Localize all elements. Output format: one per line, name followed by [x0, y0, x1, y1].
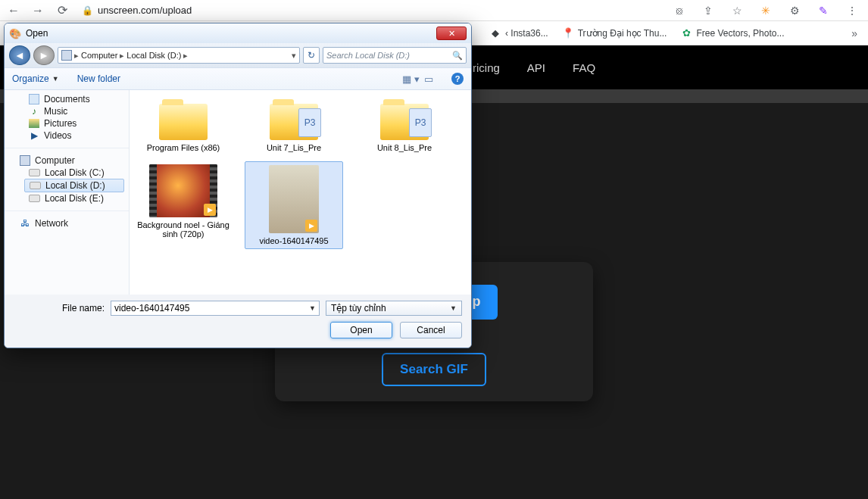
- view-mode-button[interactable]: ▦ ▾: [402, 73, 420, 85]
- refresh-button[interactable]: ↻: [303, 47, 320, 64]
- bookmark-label: Trường Đại học Thu...: [578, 28, 667, 39]
- list-item[interactable]: Unit 7_Lis_Pre: [245, 96, 343, 155]
- item-label: Unit 7_Lis_Pre: [267, 143, 321, 152]
- new-folder-button[interactable]: New folder: [77, 73, 120, 84]
- menu-icon[interactable]: ⋮: [845, 4, 859, 17]
- search-placeholder: Search Local Disk (D:): [326, 51, 410, 60]
- organize-button[interactable]: Organize ▼: [12, 73, 59, 84]
- list-item[interactable]: Unit 8_Lis_Pre: [355, 96, 454, 155]
- drive-icon: [30, 182, 41, 189]
- bookmark-truong[interactable]: 📍 Trường Đại học Thu...: [562, 27, 667, 39]
- nav-pictures[interactable]: Pictures: [5, 117, 129, 129]
- bookmark-label: ‹ Insta36...: [505, 28, 548, 39]
- folder-icon: [159, 104, 208, 140]
- nav-api[interactable]: API: [527, 61, 545, 74]
- search-gif-label: Search GIF: [400, 362, 468, 376]
- bookmarks-overflow[interactable]: »: [847, 27, 862, 39]
- item-label: Program Files (x86): [147, 143, 220, 152]
- breadcrumb-seg[interactable]: Computer: [81, 51, 117, 60]
- translate-icon[interactable]: ⦻: [673, 4, 686, 17]
- file-list[interactable]: Program Files (x86) Unit 7_Lis_Pre Unit …: [130, 90, 471, 295]
- reload-button[interactable]: ⟳: [55, 3, 70, 18]
- nav-drive-e[interactable]: Local Disk (E:): [5, 192, 129, 204]
- flower-icon: ✿: [680, 27, 692, 39]
- dialog-title: Open: [26, 28, 48, 39]
- breadcrumb[interactable]: ▸ Computer ▸ Local Disk (D:) ▸ ▾: [58, 47, 300, 64]
- cancel-button[interactable]: Cancel: [400, 322, 462, 338]
- nav-documents[interactable]: Documents: [5, 93, 129, 105]
- navigation-pane: Documents ♪Music Pictures ▶Videos Comput…: [5, 90, 130, 295]
- search-input[interactable]: Search Local Disk (D:) 🔍: [323, 47, 467, 64]
- open-button[interactable]: Open: [330, 322, 392, 338]
- dialog-toolbar: Organize ▼ New folder ▦ ▾ ▭ ?: [5, 67, 471, 90]
- videos-icon: ▶: [29, 130, 39, 141]
- folder-icon: [270, 104, 318, 140]
- search-gif-button[interactable]: Search GIF: [382, 353, 486, 386]
- back-button[interactable]: ←: [6, 3, 21, 18]
- computer-icon: [61, 50, 72, 61]
- nav-pricing[interactable]: ricing: [473, 61, 500, 74]
- extension-icon-1[interactable]: ✳: [759, 4, 773, 17]
- item-label: video-1640147495: [259, 236, 328, 245]
- file-open-dialog: 🎨 Open ✕ ◄ ► ▸ Computer ▸ Local Disk (D:…: [4, 23, 472, 348]
- nav-drive-c[interactable]: Local Disk (C:): [5, 167, 129, 179]
- video-thumb-icon: ▶: [149, 164, 217, 217]
- documents-icon: [29, 94, 39, 104]
- chevron-down-icon: ▼: [450, 304, 457, 312]
- breadcrumb-dropdown[interactable]: ▾: [292, 51, 296, 61]
- url-bar[interactable]: 🔒 unscreen.com/upload: [82, 5, 192, 16]
- bookmark-label: Free Vectors, Photo...: [696, 28, 784, 39]
- network-icon: 🖧: [20, 218, 30, 229]
- url-text: unscreen.com/upload: [98, 5, 192, 16]
- extension-icon-2[interactable]: ⚙: [788, 4, 801, 17]
- filetype-value: Tệp tùy chỉnh: [331, 303, 386, 313]
- item-label: Background noel - Giáng sinh (720p): [137, 220, 229, 239]
- breadcrumb-seg[interactable]: Local Disk (D:): [126, 51, 181, 60]
- folder-icon: [380, 104, 429, 140]
- bookmark-insta[interactable]: ◆ ‹ Insta36...: [489, 27, 548, 39]
- dialog-nav-row: ◄ ► ▸ Computer ▸ Local Disk (D:) ▸ ▾ ↻ S…: [5, 43, 471, 67]
- nav-music[interactable]: ♪Music: [5, 105, 129, 117]
- preview-pane-button[interactable]: ▭: [424, 73, 433, 85]
- nav-network[interactable]: 🖧Network: [5, 217, 129, 229]
- item-label: Unit 8_Lis_Pre: [377, 143, 432, 152]
- extension-icon-3[interactable]: ✎: [816, 4, 830, 17]
- chevron-down-icon[interactable]: ▼: [309, 304, 316, 312]
- video-thumb-icon: ▶: [269, 165, 319, 233]
- filename-input[interactable]: video-1640147495 ▼: [111, 301, 320, 316]
- forward-button[interactable]: →: [30, 3, 45, 18]
- share-icon[interactable]: ⇪: [701, 4, 715, 17]
- nav-faq[interactable]: FAQ: [573, 61, 595, 74]
- bookmark-freevectors[interactable]: ✿ Free Vectors, Photo...: [680, 27, 784, 39]
- list-item-selected[interactable]: ▶ video-1640147495: [245, 161, 343, 249]
- browser-toolbar: ← → ⟳ 🔒 unscreen.com/upload ⦻ ⇪ ☆ ✳ ⚙ ✎ …: [0, 0, 868, 21]
- lock-icon: 🔒: [82, 5, 93, 16]
- help-button[interactable]: ?: [451, 73, 464, 85]
- list-item[interactable]: ▶ Background noel - Giáng sinh (720p): [134, 161, 233, 249]
- dialog-bottom: File name: video-1640147495 ▼ Tệp tùy ch…: [5, 295, 471, 348]
- pin-icon: 📍: [562, 27, 574, 39]
- dialog-titlebar[interactable]: 🎨 Open ✕: [5, 23, 471, 43]
- filename-label: File name:: [14, 303, 105, 313]
- nav-computer[interactable]: Computer: [5, 154, 129, 167]
- app-icon: 🎨: [9, 28, 21, 39]
- music-icon: ♪: [29, 106, 39, 117]
- nav-back-button[interactable]: ◄: [9, 45, 30, 65]
- nav-videos[interactable]: ▶Videos: [5, 129, 129, 142]
- computer-icon: [20, 155, 30, 166]
- search-icon: 🔍: [452, 51, 463, 61]
- drive-icon: [29, 169, 40, 176]
- list-item[interactable]: Program Files (x86): [134, 96, 233, 155]
- favicon-icon: ◆: [489, 27, 501, 39]
- drive-icon: [29, 195, 40, 202]
- nav-forward-button[interactable]: ►: [33, 45, 55, 65]
- pictures-icon: [29, 119, 39, 128]
- filetype-select[interactable]: Tệp tùy chỉnh ▼: [326, 301, 462, 316]
- nav-drive-d[interactable]: Local Disk (D:): [24, 179, 124, 192]
- close-button[interactable]: ✕: [436, 27, 467, 40]
- star-icon[interactable]: ☆: [730, 4, 744, 17]
- filename-value: video-1640147495: [114, 303, 189, 313]
- chevron-down-icon: ▼: [52, 75, 59, 83]
